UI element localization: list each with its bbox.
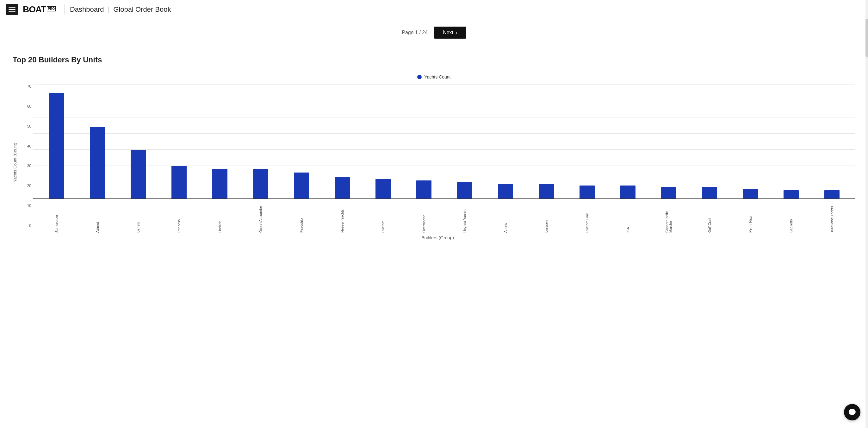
x-label: ISA (626, 201, 630, 233)
x-label-group: Amels (485, 199, 526, 233)
x-label-group: Gulf Craft (689, 199, 730, 233)
x-label: Heysea Yachts (463, 201, 467, 233)
x-label: Feadship (300, 201, 303, 233)
logo: BOAT PRO (23, 4, 56, 15)
y-axis-label: Yachts Count (Count) (13, 85, 18, 240)
x-label-group: Custom Line (566, 199, 607, 233)
bar (416, 180, 431, 199)
x-label: Custom (381, 201, 385, 233)
x-label: Baglietto (789, 201, 793, 233)
logo-pro: PRO (47, 6, 56, 11)
bar (253, 169, 268, 199)
x-label-group: Azimut (77, 199, 118, 233)
chart-inner: 010203040506070 SanlorenzoAzimutBenettiP… (20, 85, 855, 240)
x-labels: SanlorenzoAzimutBenettiPrincessHorizonOc… (33, 199, 855, 233)
x-label-group: Sanlorenzo (36, 199, 77, 233)
legend-dot (417, 75, 422, 79)
bar-group (118, 85, 159, 199)
x-axis-title: Builders (Group) (20, 235, 855, 240)
bar-group (771, 85, 811, 199)
x-label: Turquoise Yachts (830, 201, 834, 233)
bar (539, 184, 554, 199)
bar (824, 190, 840, 199)
chart-wrapper: Yachts Count (Count) 010203040506070 San… (13, 85, 855, 240)
bar (375, 179, 391, 199)
bar-group (159, 85, 199, 199)
bar (457, 182, 472, 199)
page-label: Page 1 / 24 (402, 30, 428, 35)
x-label-group: Cantiere delle Marche (648, 199, 689, 233)
x-label-group: Perini Navi (730, 199, 771, 233)
pagination-bar: Page 1 / 24 Next › (0, 19, 868, 45)
x-label-group: Turquoise Yachts (811, 199, 852, 233)
chart-title: Top 20 Builders By Units (13, 55, 855, 64)
bar (580, 186, 595, 199)
bar (212, 169, 227, 199)
bar-group (363, 85, 404, 199)
header-subtitle: Global Order Book (113, 5, 171, 13)
bar (90, 127, 105, 199)
bar-group (607, 85, 648, 199)
bar-group (281, 85, 322, 199)
next-label: Next (443, 30, 453, 35)
bar (172, 166, 187, 199)
chart-legend: Yachts Count (13, 75, 855, 80)
bar-group (689, 85, 730, 199)
x-label-group: Baglietto (771, 199, 811, 233)
bar-group (240, 85, 281, 199)
menu-button[interactable] (6, 4, 18, 15)
x-label-group: Horizon (199, 199, 240, 233)
bar (49, 93, 64, 199)
header-title: Dashboard (70, 5, 104, 13)
main-content: Top 20 Builders By Units Yachts Count Ya… (0, 45, 868, 250)
x-label: Gulf Craft (708, 201, 711, 233)
x-label-group: Lurssen (526, 199, 566, 233)
x-label: Cantiere delle Marche (665, 201, 673, 233)
bar-group (199, 85, 240, 199)
x-label-group: Feadship (281, 199, 322, 233)
x-label: Azimut (96, 201, 99, 233)
x-label: Heesen Yachts (340, 201, 344, 233)
x-label: Ocean Alexander (259, 201, 262, 233)
bar-group (526, 85, 566, 199)
x-label: Princess (177, 201, 181, 233)
legend-label: Yachts Count (424, 75, 451, 80)
x-label: Custom Line (585, 201, 589, 233)
bar-group (36, 85, 77, 199)
bar-group (77, 85, 118, 199)
x-label-group: Benetti (118, 199, 159, 233)
x-label-group: Heysea Yachts (444, 199, 485, 233)
scrollbar-thumb[interactable] (865, 19, 868, 57)
header: BOAT PRO Dashboard | Global Order Book (0, 0, 868, 19)
bar (661, 187, 676, 199)
bar (620, 186, 636, 199)
scrollbar[interactable] (865, 0, 868, 250)
x-label: Perini Navi (748, 201, 752, 233)
bar-group (404, 85, 444, 199)
bar (131, 150, 146, 199)
bar-group (322, 85, 363, 199)
x-label-group: ISA (607, 199, 648, 233)
bar-group (485, 85, 526, 199)
x-label: Lurssen (545, 201, 548, 233)
x-label-group: Ocean Alexander (240, 199, 281, 233)
x-label: Sanlorenzo (55, 201, 59, 233)
bar-group (811, 85, 852, 199)
bar (498, 184, 513, 199)
bar (294, 173, 309, 199)
x-label-group: Custom (363, 199, 404, 233)
x-label-group: Princess (159, 199, 199, 233)
bar-group (730, 85, 771, 199)
chart-plot (33, 85, 855, 199)
bar (335, 177, 350, 199)
next-button[interactable]: Next › (434, 27, 466, 39)
bar (783, 190, 799, 199)
x-label: Amels (504, 201, 507, 233)
logo-text: BOAT (23, 4, 46, 15)
chart-area: Yachts Count Yachts Count (Count) 010203… (13, 75, 855, 240)
chevron-right-icon: › (456, 30, 457, 35)
x-label: Horizon (218, 201, 222, 233)
header-separator: | (108, 5, 110, 13)
bar (702, 187, 717, 199)
bar (743, 189, 758, 199)
